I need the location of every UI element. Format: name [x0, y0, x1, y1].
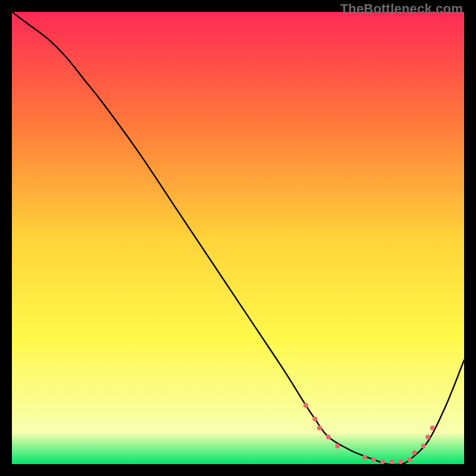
gradient-background	[12, 12, 464, 464]
data-point	[317, 425, 322, 430]
data-point	[326, 434, 331, 439]
data-point	[389, 459, 394, 464]
data-point	[335, 444, 340, 449]
watermark-text: TheBottleneck.com	[340, 1, 463, 17]
data-point	[380, 459, 385, 464]
data-point	[425, 434, 430, 439]
data-point	[312, 416, 317, 421]
chart-frame	[12, 12, 464, 464]
data-point	[371, 457, 376, 462]
data-point	[412, 450, 416, 455]
chart-canvas	[12, 12, 464, 464]
data-point	[303, 403, 308, 408]
data-point	[408, 457, 412, 462]
data-point	[430, 425, 435, 430]
data-point	[362, 455, 367, 460]
data-point	[421, 444, 426, 449]
data-point	[399, 459, 403, 464]
